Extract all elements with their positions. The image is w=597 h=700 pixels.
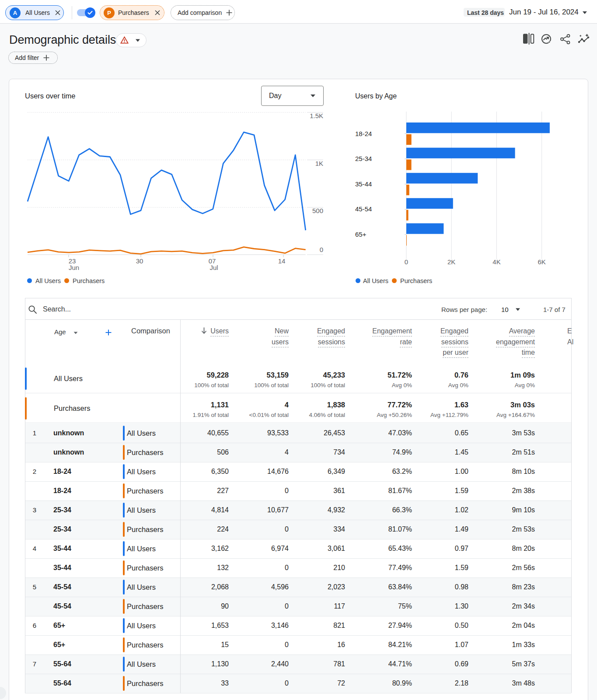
svg-text:1.5K: 1.5K bbox=[310, 112, 323, 119]
svg-text:0: 0 bbox=[405, 258, 408, 266]
svg-text:45-54: 45-54 bbox=[355, 205, 372, 213]
svg-text:18-24: 18-24 bbox=[355, 130, 372, 137]
svg-text:2K: 2K bbox=[447, 258, 455, 266]
svg-text:6K: 6K bbox=[538, 258, 546, 266]
svg-text:1K: 1K bbox=[315, 160, 323, 167]
svg-text:65+: 65+ bbox=[355, 231, 367, 238]
svg-text:35-44: 35-44 bbox=[355, 180, 372, 188]
svg-text:500: 500 bbox=[312, 207, 323, 214]
svg-text:14: 14 bbox=[278, 257, 286, 265]
svg-text:Jul: Jul bbox=[209, 264, 218, 271]
svg-text:4K: 4K bbox=[492, 258, 500, 266]
svg-text:30: 30 bbox=[136, 257, 143, 265]
svg-text:Jun: Jun bbox=[69, 264, 79, 271]
svg-text:0: 0 bbox=[320, 246, 323, 253]
svg-text:25-34: 25-34 bbox=[355, 155, 372, 162]
